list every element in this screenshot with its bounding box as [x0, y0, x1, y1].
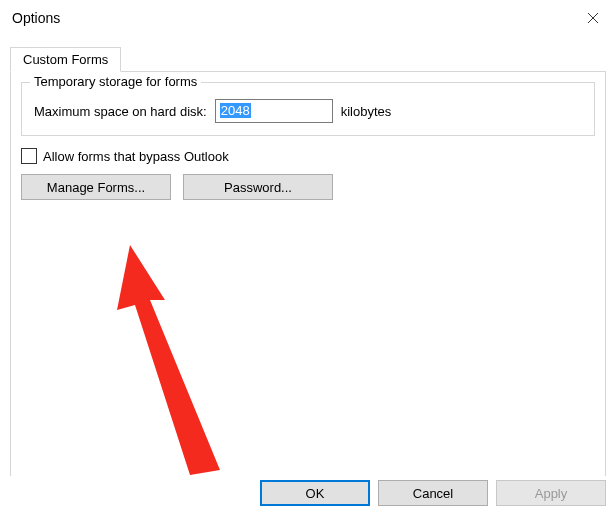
tabstrip: Custom Forms — [10, 46, 606, 72]
ok-button[interactable]: OK — [260, 480, 370, 506]
manage-forms-button[interactable]: Manage Forms... — [21, 174, 171, 200]
close-button[interactable] — [570, 0, 616, 36]
window-title: Options — [12, 10, 60, 26]
cancel-button[interactable]: Cancel — [378, 480, 488, 506]
row-max-space: Maximum space on hard disk: 2048 kilobyt… — [34, 99, 582, 123]
input-max-space[interactable]: 2048 — [215, 99, 333, 123]
dialog-button-row: OK Cancel Apply — [0, 476, 616, 520]
close-icon — [587, 12, 599, 24]
tab-panel-custom-forms: Temporary storage for forms Maximum spac… — [10, 71, 606, 486]
label-max-space: Maximum space on hard disk: — [34, 104, 207, 119]
tab-custom-forms[interactable]: Custom Forms — [10, 47, 121, 72]
row-allow-bypass[interactable]: Allow forms that bypass Outlook — [21, 148, 595, 164]
checkbox-allow-bypass[interactable] — [21, 148, 37, 164]
label-allow-bypass: Allow forms that bypass Outlook — [43, 149, 229, 164]
row-form-buttons: Manage Forms... Password... — [21, 174, 595, 200]
titlebar: Options — [0, 0, 616, 36]
group-temporary-storage: Temporary storage for forms Maximum spac… — [21, 82, 595, 136]
apply-button[interactable]: Apply — [496, 480, 606, 506]
input-max-space-value: 2048 — [220, 103, 251, 118]
password-button[interactable]: Password... — [183, 174, 333, 200]
label-units: kilobytes — [341, 104, 392, 119]
group-title: Temporary storage for forms — [30, 74, 201, 89]
input-max-space-wrap[interactable]: 2048 — [215, 99, 333, 123]
client-area: Custom Forms Temporary storage for forms… — [0, 36, 616, 492]
